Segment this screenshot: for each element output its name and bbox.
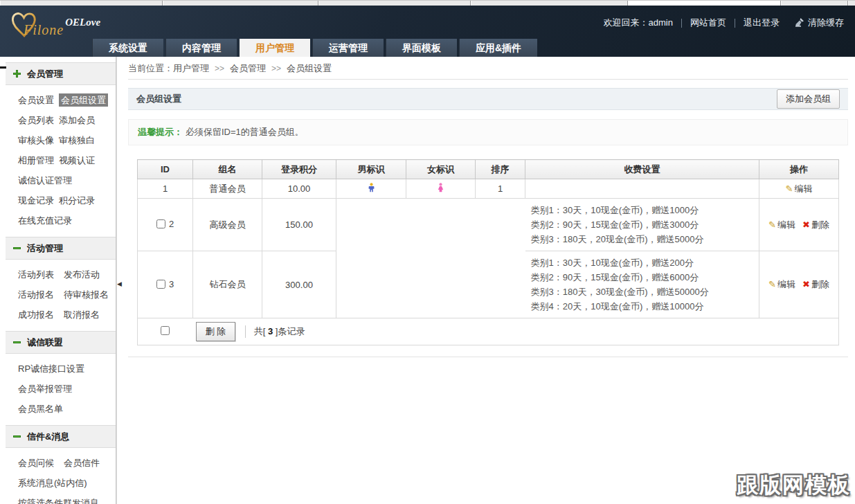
sidebar-item-member-settings[interactable]: 会员设置 xyxy=(18,95,54,105)
panel-title: 会员组设置 xyxy=(136,93,181,105)
cell-login-points: 10.00 xyxy=(262,179,336,199)
plus-icon xyxy=(13,70,21,78)
nav-tab-users[interactable]: 用户管理 xyxy=(239,39,310,57)
fee-line: 类别3：180天，20现金(金币)，赠送5000分 xyxy=(531,232,754,246)
sidebar-item-member-blacklist[interactable]: 会员黑名单 xyxy=(18,404,63,414)
sidebar-item-member-letters[interactable]: 会员信件 xyxy=(64,458,100,468)
cell-female-badge xyxy=(406,179,476,199)
cell-actions: ✎编辑 xyxy=(759,179,839,199)
clear-cache-label[interactable]: 清除缓存 xyxy=(808,17,844,29)
sidebar-item-cancel-signup[interactable]: 取消报名 xyxy=(64,309,100,320)
add-member-group-button[interactable]: 添加会员组 xyxy=(777,89,840,109)
sidebar-item-video-verify[interactable]: 视频认证 xyxy=(59,155,95,165)
delete-selected-button[interactable]: 删 除 xyxy=(196,322,236,341)
cell-id: 3 xyxy=(138,251,193,318)
logout-link[interactable]: 退出登录 xyxy=(744,17,780,29)
sidebar-item-member-report-mgmt[interactable]: 会员举报管理 xyxy=(18,384,72,394)
sidebar-item-album-mgmt[interactable]: 相册管理 xyxy=(18,155,54,165)
panel-header: 会员组设置 添加会员组 xyxy=(128,88,848,110)
watermark-text: 跟版网模板 xyxy=(737,471,851,500)
sidebar-item-success-signup[interactable]: 成功报名 xyxy=(18,309,54,320)
breadcrumb-item-users[interactable]: 用户管理 xyxy=(173,63,209,73)
sidebar-item-review-monologue[interactable]: 审核独白 xyxy=(59,135,95,145)
pencil-icon: ✎ xyxy=(786,183,793,194)
sidebar-item-system-messages[interactable]: 系统消息(站内信) xyxy=(18,478,87,488)
record-count: 共[ 3 ]条记录 xyxy=(245,325,305,338)
breadcrumb-item-member-mgmt[interactable]: 会员管理 xyxy=(230,63,266,73)
minus-icon xyxy=(13,244,21,252)
sidebar-item-cash-records[interactable]: 现金记录 xyxy=(18,195,54,206)
browser-tab xyxy=(848,1,855,6)
col-header-group-name: 组名 xyxy=(193,160,262,179)
sidebar-item-add-member[interactable]: 添加会员 xyxy=(59,115,95,125)
main-nav: 系统设置 内容管理 用户管理 运营管理 界面模板 应用&插件 xyxy=(92,39,539,57)
nav-tab-plugins[interactable]: 应用&插件 xyxy=(459,39,537,57)
row-checkbox[interactable] xyxy=(156,280,165,289)
sidebar-row: 活动报名待审核报名 xyxy=(6,285,116,305)
sidebar-item-pending-signup[interactable]: 待审核报名 xyxy=(64,289,109,300)
sidebar-item-credit-verify-mgmt[interactable]: 诚信认证管理 xyxy=(18,175,72,186)
nav-tab-templates[interactable]: 界面模板 xyxy=(386,39,457,57)
col-header-actions: 操作 xyxy=(759,160,839,179)
breadcrumb: 当前位置：用户管理>>会员管理>>会员组设置 xyxy=(128,57,848,80)
fee-line: 类别1：30天，10现金(金币)，赠送200分 xyxy=(531,255,754,270)
sidebar-row: RP诚信接口设置 xyxy=(6,359,116,379)
delete-link[interactable]: ✖删除 xyxy=(802,219,829,230)
browser-tab xyxy=(318,1,471,6)
section-title: 诚信联盟 xyxy=(27,332,63,354)
browser-tab xyxy=(163,1,318,6)
sidebar-section-mail-message[interactable]: 信件&消息 xyxy=(6,425,116,448)
fee-line: 类别3：180天，30现金(金币)，赠送50000分 xyxy=(531,285,754,299)
site-home-link[interactable]: 网站首页 xyxy=(690,17,726,29)
pencil-icon: ✎ xyxy=(768,219,776,230)
cell-fee-settings: 类别1：30天，10现金(金币)，赠送1000分 类别2：90天，15现金(金币… xyxy=(525,199,759,251)
section-title: 会员管理 xyxy=(27,63,63,85)
sidebar-row: 会员问候会员信件 xyxy=(6,453,116,473)
cell-select-all xyxy=(138,318,193,345)
breadcrumb-separator: >> xyxy=(215,64,224,73)
cell-fee-settings: 类别1：30天，10现金(金币)，赠送200分 类别2：90天，15现金(金币)… xyxy=(525,251,759,318)
fee-line: 类别4：20天，10现金(金币)，赠送10000分 xyxy=(531,299,754,314)
sidebar-section-activity-mgmt[interactable]: 活动管理 xyxy=(6,237,116,260)
sidebar-item-publish-activity[interactable]: 发布活动 xyxy=(64,269,100,280)
breadcrumb-prefix: 当前位置： xyxy=(128,63,173,73)
sidebar-row: 诚信认证管理 xyxy=(6,170,116,190)
sidebar-item-activity-signup[interactable]: 活动报名 xyxy=(18,289,54,300)
sidebar-item-review-avatar[interactable]: 审核头像 xyxy=(18,135,54,145)
logo-script-text: Filone xyxy=(24,22,64,38)
nav-tab-content[interactable]: 内容管理 xyxy=(165,39,237,57)
nav-tab-system[interactable]: 系统设置 xyxy=(92,39,163,57)
section-title: 信件&消息 xyxy=(27,426,69,448)
sidebar-item-member-group-settings[interactable]: 会员组设置 xyxy=(59,93,108,107)
edit-link[interactable]: ✎编辑 xyxy=(786,183,813,194)
welcome-text: 欢迎回来：admin xyxy=(604,17,673,29)
row-checkbox[interactable] xyxy=(156,219,165,228)
breadcrumb-item-member-group[interactable]: 会员组设置 xyxy=(287,63,332,73)
sidebar-section-credit-alliance[interactable]: 诚信联盟 xyxy=(6,331,116,354)
sidebar-section-member-mgmt[interactable]: 会员管理 xyxy=(6,62,116,85)
sidebar-item-points-records[interactable]: 积分记录 xyxy=(59,195,95,206)
cell-id: 1 xyxy=(138,179,193,199)
sidebar-item-activity-list[interactable]: 活动列表 xyxy=(18,269,54,280)
sidebar-item-rp-api-settings[interactable]: RP诚信接口设置 xyxy=(18,363,84,374)
cell-group-name: 钻石会员 xyxy=(193,251,262,318)
nav-tab-operation[interactable]: 运营管理 xyxy=(312,39,384,57)
fee-line: 类别2：90天，15现金(金币)，赠送6000分 xyxy=(531,270,754,285)
sidebar-item-recharge-records[interactable]: 在线充值记录 xyxy=(18,215,72,226)
divider xyxy=(681,19,682,28)
browser-tab-active xyxy=(628,1,781,6)
sidebar-item-member-list[interactable]: 会员列表 xyxy=(18,115,54,125)
sidebar-row: 审核头像审核独白 xyxy=(6,130,116,150)
col-header-male-badge: 男标识 xyxy=(336,160,406,179)
edit-link[interactable]: ✎编辑 xyxy=(768,219,795,230)
header-user-bar: 欢迎回来：admin 网站首页 退出登录 清除缓存 xyxy=(604,17,844,29)
sidebar-item-filtered-mass-message[interactable]: 按筛选条件群发消息 xyxy=(18,498,99,504)
sidebar-row: 会员列表添加会员 xyxy=(6,110,116,130)
notice-label: 温馨提示： xyxy=(138,127,183,137)
sidebar-item-member-greeting[interactable]: 会员问候 xyxy=(18,458,54,468)
select-all-checkbox[interactable] xyxy=(161,326,170,335)
edit-link[interactable]: ✎编辑 xyxy=(768,279,795,289)
clear-cache-link[interactable]: 清除缓存 xyxy=(795,17,844,29)
delete-link[interactable]: ✖删除 xyxy=(802,279,829,289)
table-row: 1 普通会员 10.00 xyxy=(138,179,839,199)
